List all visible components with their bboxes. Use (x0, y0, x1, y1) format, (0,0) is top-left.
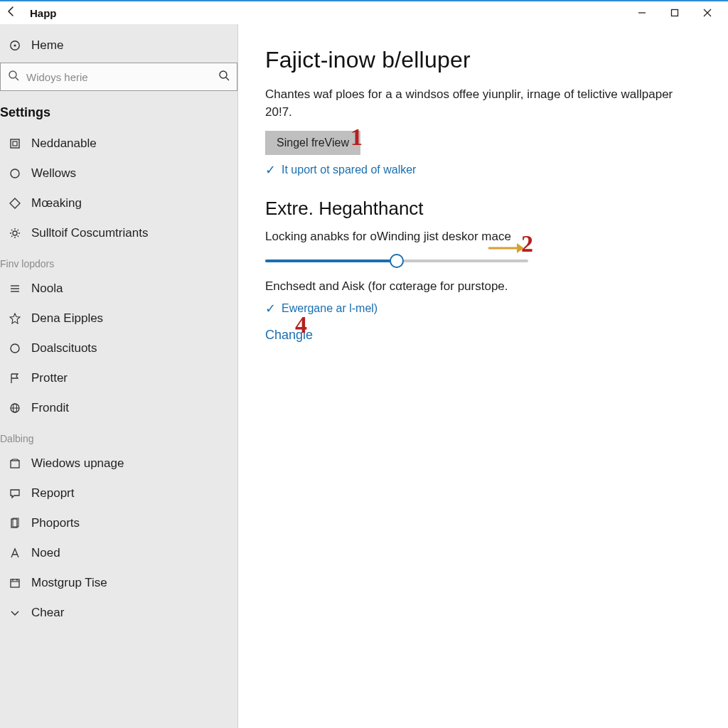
sidebar-item-label: Frondit (31, 401, 69, 415)
sidebar-item-label: Sulltoif Coscumtriants (31, 226, 148, 240)
sidebar-item-label: Noola (31, 282, 63, 296)
sidebar-item-doalscituots[interactable]: Doalscituots (0, 333, 237, 363)
svg-point-13 (13, 231, 17, 235)
sidebar-item-label: Wellows (31, 166, 76, 181)
sidebar-item-label: Protter (31, 371, 68, 385)
svg-rect-21 (11, 461, 19, 468)
sidebar-item-chear[interactable]: Chear (0, 598, 237, 628)
titlebar: Happ (0, 1, 728, 24)
sidebar-item-mostgrup[interactable]: Mostgrup Tise (0, 568, 237, 598)
square-icon (9, 138, 21, 149)
letter-icon (9, 547, 21, 559)
group-label-b: Finv lopdors (0, 248, 237, 274)
back-button[interactable] (1, 6, 21, 21)
settings-window: Happ Heme (0, 0, 728, 728)
sidebar-item-sulltoif[interactable]: Sulltoif Coscumtriants (0, 218, 237, 248)
sidebar-item-label: Noed (31, 546, 60, 560)
check-icon: ✓ (265, 301, 276, 316)
section-heading: Extre. Hegahthanct (265, 198, 698, 220)
list-icon (9, 283, 21, 294)
home-icon (9, 40, 21, 51)
body-text-2: Enchsedt and Aisk (for cαterage for purs… (265, 279, 698, 294)
sidebar-item-wellows[interactable]: Wellows (0, 159, 237, 188)
package-icon (9, 458, 21, 469)
gear-icon (9, 228, 21, 239)
app-title: Happ (30, 7, 57, 19)
sidebar-item-label: Phoports (31, 516, 80, 530)
body: Heme Settings Neddanable Wellows (0, 24, 728, 728)
sidebar-item-label: Chear (31, 606, 64, 620)
settings-header: Settings (0, 101, 237, 129)
single-view-button[interactable]: Singel freView (265, 131, 360, 155)
circle-icon (9, 168, 21, 179)
sidebar-item-frondit[interactable]: Frondit (0, 393, 237, 423)
svg-point-8 (220, 71, 227, 78)
check-icon: ✓ (265, 162, 276, 178)
sidebar-item-label: Dena Eipples (31, 311, 103, 326)
sidebar-item-label: Mostgrup Tise (31, 576, 107, 590)
status-line-2: ✓ Ewergane ar l-mel) (265, 301, 698, 316)
globe-icon (9, 402, 21, 414)
change-link[interactable]: Changle (265, 328, 313, 342)
titlebar-left: Happ (1, 6, 57, 21)
sidebar-item-wiedows-upnage[interactable]: Wiedows upnage (0, 449, 237, 478)
status-text: Ewergane ar l-mel) (282, 302, 378, 315)
sidebar-item-label: Doalscituots (31, 341, 97, 355)
sidebar-item-repoprt[interactable]: Repoprt (0, 478, 237, 508)
svg-point-17 (11, 344, 19, 353)
sidebar-item-noed[interactable]: Noed (0, 538, 237, 568)
flag-icon (9, 373, 21, 384)
sidebar-item-dena[interactable]: Dena Eipples (0, 304, 237, 333)
main-content: Fajict-inow b/elluper Chantes waf ploes … (238, 24, 728, 728)
diamond-icon (9, 198, 21, 209)
slider[interactable] (265, 251, 528, 271)
sidebar-item-label: Wiedows upnage (31, 456, 124, 471)
svg-rect-23 (13, 518, 18, 527)
sidebar-item-label: Neddanable (31, 136, 97, 151)
svg-rect-10 (11, 139, 19, 148)
home-label: Heme (31, 38, 63, 53)
svg-line-9 (226, 77, 229, 80)
star-icon (9, 313, 21, 324)
sidebar: Heme Settings Neddanable Wellows (0, 24, 238, 728)
search-icon (8, 70, 19, 84)
sidebar-item-neddanable[interactable]: Neddanable (0, 129, 237, 159)
search-box[interactable] (0, 63, 237, 91)
sidebar-item-noola[interactable]: Noola (0, 274, 237, 304)
svg-line-7 (16, 77, 18, 80)
search-input[interactable] (26, 71, 211, 83)
svg-rect-24 (11, 579, 19, 587)
home-nav[interactable]: Heme (0, 31, 237, 63)
status-line-1: ✓ It uport ot spared of walker (265, 162, 698, 178)
status-text: It uport ot spared of walker (282, 164, 416, 176)
minimize-button[interactable] (626, 1, 658, 24)
svg-point-6 (9, 71, 16, 78)
circle-icon (9, 343, 21, 354)
close-button[interactable] (691, 1, 724, 24)
document-icon (9, 518, 21, 529)
svg-point-5 (14, 44, 16, 46)
maximize-button[interactable] (658, 1, 691, 24)
chevron-down-icon (9, 607, 21, 619)
search-submit-icon[interactable] (218, 70, 230, 84)
sidebar-item-phoports[interactable]: Phoports (0, 508, 237, 538)
calendar-icon (9, 577, 21, 589)
slider-label: Locking anabks for oWinding jist deskor … (265, 230, 698, 244)
sidebar-item-label: Mœaking (31, 196, 82, 210)
slider-fill (265, 259, 397, 262)
svg-rect-11 (13, 141, 17, 146)
svg-rect-1 (672, 10, 678, 16)
slider-thumb[interactable] (390, 254, 404, 268)
group-label-c: Dalbing (0, 423, 237, 449)
sidebar-item-label: Repoprt (31, 486, 74, 500)
svg-rect-22 (11, 519, 17, 528)
page-title: Fajict-inow b/elluper (265, 47, 698, 73)
chat-icon (9, 488, 21, 499)
svg-point-12 (11, 169, 19, 178)
sidebar-item-protter[interactable]: Protter (0, 363, 237, 393)
sidebar-item-moeaking[interactable]: Mœaking (0, 188, 237, 218)
window-controls (626, 1, 724, 24)
page-description: Chantes waf ploes for a a windsos offee … (265, 86, 692, 121)
